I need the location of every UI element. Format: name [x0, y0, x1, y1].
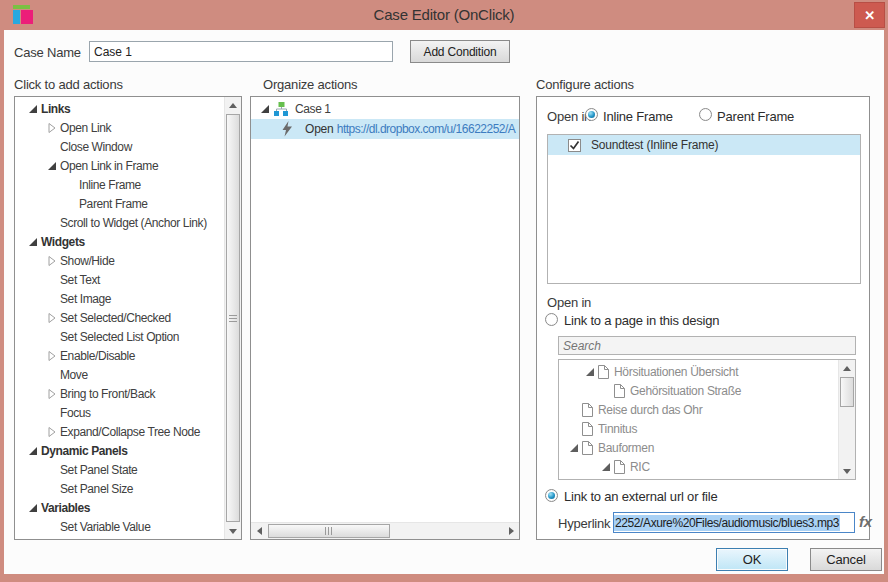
collapsed-triangle-icon[interactable]: [44, 427, 60, 437]
open-action-row[interactable]: Open https://dl.dropbox.com/u/16622252/A: [251, 119, 519, 139]
case-editor-dialog: Case Editor (OnClick) ✕ Case Name Add Co…: [0, 0, 888, 582]
expanded-triangle-icon[interactable]: [257, 104, 273, 114]
parent-frame-radio[interactable]: [699, 108, 712, 121]
action-tree-item-label: Move: [60, 368, 88, 382]
action-tree-item[interactable]: Open Link in Frame: [15, 156, 224, 175]
link-external-radio-label[interactable]: Link to an external url or file: [564, 489, 718, 504]
action-tree-item[interactable]: Set Text: [15, 270, 224, 289]
scroll-down-icon[interactable]: [225, 523, 241, 539]
action-tree-item[interactable]: Variables: [15, 498, 224, 517]
action-tree-item[interactable]: Parent Frame: [15, 194, 224, 213]
expanded-triangle-icon[interactable]: [44, 161, 60, 171]
action-tree-item[interactable]: Set Selected/Checked: [15, 308, 224, 327]
page-tree-item-label: RIC: [630, 460, 650, 474]
action-tree-item[interactable]: Move: [15, 365, 224, 384]
scroll-up-icon[interactable]: [225, 97, 241, 113]
page-tree-item[interactable]: Hörsituationen Übersicht: [559, 362, 838, 381]
action-tree-item[interactable]: Open Link: [15, 118, 224, 137]
configure-panel: Open in Inline Frame Parent Frame Soundt…: [536, 96, 870, 540]
action-tree-item-label: Set Panel State: [60, 463, 137, 477]
scrollbar-thumb[interactable]: [226, 114, 240, 522]
action-tree-item-label: Set Image: [60, 292, 111, 306]
inline-frame-radio[interactable]: [585, 108, 598, 121]
page-icon: [613, 384, 625, 398]
collapsed-triangle-icon[interactable]: [44, 256, 60, 266]
page-tree-item[interactable]: Tinnitus: [559, 419, 838, 438]
hyperlink-label: Hyperlink: [558, 516, 610, 531]
page-tree-item-label: Reise durch das Ohr: [598, 403, 702, 417]
organize-panel: Case 1 Open https://dl.dropbox.com/u/166…: [250, 96, 520, 540]
action-tree-item[interactable]: Inline Frame: [15, 175, 224, 194]
action-tree-item[interactable]: Widgets: [15, 232, 224, 251]
pages-tree: Hörsituationen ÜbersichtGehörsituation S…: [559, 362, 838, 477]
action-tree-item[interactable]: Set Panel State: [15, 460, 224, 479]
frame-target-label: Soundtest (Inline Frame): [591, 138, 718, 152]
page-search-input[interactable]: [558, 336, 856, 355]
actions-scrollbar[interactable]: [224, 97, 241, 539]
scroll-up-icon[interactable]: [839, 360, 855, 376]
expanded-triangle-icon[interactable]: [583, 367, 597, 377]
close-button[interactable]: ✕: [854, 2, 885, 28]
pages-tree-box: Hörsituationen ÜbersichtGehörsituation S…: [558, 359, 856, 480]
link-to-page-radio[interactable]: [545, 313, 558, 326]
action-tree-item[interactable]: Expand/Collapse Tree Node: [15, 422, 224, 441]
action-tree-item[interactable]: Set Selected List Option: [15, 327, 224, 346]
action-tree-item[interactable]: Set Panel Size: [15, 479, 224, 498]
checked-checkbox-icon[interactable]: [568, 139, 581, 152]
expanded-triangle-icon[interactable]: [25, 503, 41, 513]
action-tree-item-label: Dynamic Panels: [41, 444, 127, 458]
action-tree-item[interactable]: Links: [15, 99, 224, 118]
ok-button[interactable]: OK: [716, 548, 788, 571]
page-tree-item[interactable]: RIC: [559, 457, 838, 476]
action-tree-item-label: Set Selected List Option: [60, 330, 179, 344]
scrollbar-thumb[interactable]: [268, 524, 390, 538]
scroll-left-icon[interactable]: [251, 523, 267, 539]
scroll-right-icon[interactable]: [503, 523, 519, 539]
action-tree-item[interactable]: Focus: [15, 403, 224, 422]
expanded-triangle-icon[interactable]: [25, 446, 41, 456]
case-name-label: Case Name: [14, 45, 81, 60]
scrollbar-thumb[interactable]: [840, 377, 854, 407]
action-tree-item-label: Bring to Front/Back: [60, 387, 155, 401]
inline-frame-radio-label[interactable]: Inline Frame: [603, 109, 673, 124]
scroll-down-icon[interactable]: [839, 463, 855, 479]
parent-frame-radio-label[interactable]: Parent Frame: [717, 109, 794, 124]
case-name-input[interactable]: [89, 41, 393, 62]
page-tree-item[interactable]: Bauformen: [559, 438, 838, 457]
action-tree-item-label: Widgets: [41, 235, 85, 249]
expanded-triangle-icon[interactable]: [567, 443, 581, 453]
collapsed-triangle-icon[interactable]: [44, 351, 60, 361]
fx-button[interactable]: fx: [859, 513, 872, 530]
action-tree-item-label: Set Text: [60, 273, 100, 287]
action-tree-item[interactable]: Dynamic Panels: [15, 441, 224, 460]
hyperlink-input[interactable]: 2252/Axure%20Files/audiomusic/blues3.mp3: [613, 512, 855, 533]
organize-scrollbar[interactable]: [251, 522, 519, 539]
action-tree-item[interactable]: Set Variable Value: [15, 517, 224, 536]
expanded-triangle-icon[interactable]: [25, 237, 41, 247]
page-icon: [613, 460, 625, 474]
action-tree-item-label: Set Selected/Checked: [60, 311, 171, 325]
case-tree-item[interactable]: Case 1: [251, 99, 519, 119]
page-tree-item[interactable]: Reise durch das Ohr: [559, 400, 838, 419]
action-tree-item[interactable]: Close Window: [15, 137, 224, 156]
link-external-radio[interactable]: [545, 489, 558, 502]
case-label: Case 1: [295, 102, 331, 116]
page-icon: [581, 441, 593, 455]
collapsed-triangle-icon[interactable]: [44, 389, 60, 399]
action-tree-item[interactable]: Set Image: [15, 289, 224, 308]
expanded-triangle-icon[interactable]: [25, 104, 41, 114]
pages-scrollbar[interactable]: [838, 360, 855, 479]
action-tree-item[interactable]: Show/Hide: [15, 251, 224, 270]
action-tree-item[interactable]: Bring to Front/Back: [15, 384, 224, 403]
action-tree-item[interactable]: Enable/Disable: [15, 346, 224, 365]
collapsed-triangle-icon[interactable]: [44, 313, 60, 323]
action-tree-item[interactable]: Scroll to Widget (Anchor Link): [15, 213, 224, 232]
add-condition-button[interactable]: Add Condition: [410, 40, 510, 63]
page-tree-item[interactable]: Gehörsituation Straße: [559, 381, 838, 400]
frame-target-row[interactable]: Soundtest (Inline Frame): [548, 135, 860, 155]
collapsed-triangle-icon[interactable]: [44, 123, 60, 133]
cancel-button[interactable]: Cancel: [810, 548, 882, 571]
link-to-page-radio-label[interactable]: Link to a page in this design: [564, 313, 719, 328]
dialog-body: Case Name Add Condition Click to add act…: [4, 30, 884, 574]
expanded-triangle-icon[interactable]: [599, 462, 613, 472]
